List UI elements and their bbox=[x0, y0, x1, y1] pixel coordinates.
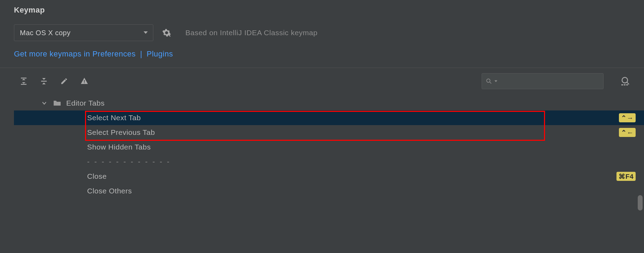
page-title: Keymap bbox=[14, 6, 644, 15]
svg-rect-11 bbox=[626, 84, 628, 85]
gear-icon[interactable] bbox=[161, 27, 172, 38]
keymap-links: Get more keymaps in Preferences | Plugin… bbox=[14, 49, 644, 59]
tree-item-label: Show Hidden Tabs bbox=[87, 143, 151, 151]
expand-all-icon[interactable] bbox=[19, 76, 29, 86]
collapse-all-icon[interactable] bbox=[39, 76, 49, 86]
tree-item-show-hidden-tabs[interactable]: Show Hidden Tabs bbox=[14, 140, 644, 154]
tree-item-close-others[interactable]: Close Others bbox=[14, 184, 644, 198]
based-on-text: Based on IntelliJ IDEA Classic keymap bbox=[185, 29, 317, 37]
svg-rect-4 bbox=[84, 83, 85, 83]
shortcut-badge: ⌃→ bbox=[619, 113, 636, 122]
tree-item-close[interactable]: Close ⌘F4 bbox=[14, 169, 644, 184]
svg-rect-10 bbox=[624, 84, 626, 85]
chevron-down-icon bbox=[42, 101, 47, 106]
svg-rect-9 bbox=[621, 84, 623, 85]
keymap-tree: Editor Tabs Select Next Tab ⌃→ Select Pr… bbox=[14, 96, 644, 198]
search-icon bbox=[485, 78, 492, 85]
keymap-scheme-select[interactable]: Mac OS X copy bbox=[14, 24, 153, 41]
link-separator: | bbox=[140, 49, 145, 58]
tree-separator: - - - - - - - - - - - - bbox=[14, 154, 644, 169]
dropdown-chevron-icon bbox=[143, 31, 148, 34]
tree-item-label: Select Next Tab bbox=[87, 114, 141, 122]
separator-dashes: - - - - - - - - - - - - bbox=[87, 158, 171, 166]
folder-icon bbox=[53, 100, 61, 107]
edit-icon[interactable] bbox=[59, 76, 69, 86]
tree-item-label: Close Others bbox=[87, 187, 132, 195]
keymap-scheme-selected-label: Mac OS X copy bbox=[20, 29, 70, 37]
get-more-keymaps-link[interactable]: Get more keymaps in Preferences bbox=[14, 49, 136, 58]
conflicts-icon[interactable] bbox=[79, 76, 89, 86]
tree-folder-editor-tabs[interactable]: Editor Tabs bbox=[14, 96, 644, 110]
tree-item-label: Close bbox=[87, 172, 107, 181]
vertical-scrollbar[interactable] bbox=[638, 195, 643, 210]
search-input[interactable] bbox=[499, 77, 600, 85]
shortcut-badge: ⌃← bbox=[619, 128, 636, 137]
search-dropdown-icon[interactable] bbox=[495, 80, 497, 83]
find-by-shortcut-icon[interactable] bbox=[619, 75, 631, 87]
svg-point-5 bbox=[486, 79, 490, 82]
tree-item-label: Select Previous Tab bbox=[87, 128, 155, 137]
svg-point-7 bbox=[622, 77, 628, 83]
tree-item-select-next-tab[interactable]: Select Next Tab ⌃→ bbox=[14, 110, 644, 125]
svg-line-8 bbox=[627, 82, 629, 84]
svg-line-6 bbox=[490, 82, 491, 84]
plugins-link[interactable]: Plugins bbox=[147, 49, 173, 58]
search-box[interactable] bbox=[482, 73, 604, 89]
tree-folder-label: Editor Tabs bbox=[66, 99, 105, 107]
tree-item-select-previous-tab[interactable]: Select Previous Tab ⌃← bbox=[14, 125, 644, 140]
shortcut-badge: ⌘F4 bbox=[616, 172, 636, 181]
svg-rect-3 bbox=[84, 80, 85, 82]
